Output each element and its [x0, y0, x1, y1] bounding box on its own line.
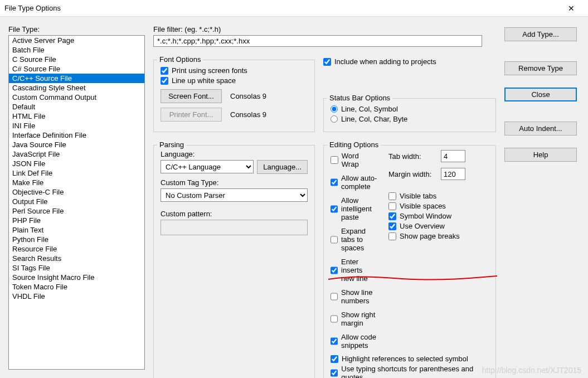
auto-indent-button[interactable]: Auto Indent...: [504, 122, 577, 135]
editing-option-checkbox[interactable]: [331, 266, 338, 274]
status-opt1-radio[interactable]: [331, 105, 338, 113]
editing-option-checkbox[interactable]: [331, 205, 338, 213]
screen-font-name: Consolas 9: [230, 92, 266, 100]
file-type-item[interactable]: Cascading Style Sheet: [9, 83, 144, 93]
screen-font-button[interactable]: Screen Font...: [161, 89, 222, 103]
file-type-item[interactable]: Active Server Page: [9, 36, 144, 45]
file-filter-input[interactable]: [153, 35, 482, 47]
editing-option-checkbox[interactable]: [331, 369, 338, 377]
status-opt1-row[interactable]: Line, Col, Symbol: [331, 105, 489, 113]
editing-option-label: Enter inserts new line: [341, 258, 377, 283]
file-type-item[interactable]: PHP File: [9, 216, 144, 225]
editing-option-row[interactable]: Visible tabs: [388, 192, 489, 200]
close-button[interactable]: Close: [504, 88, 577, 101]
editing-option-label: Use typing shortcuts for parentheses and…: [341, 365, 489, 378]
include-projects-checkbox[interactable]: [323, 58, 331, 66]
editing-option-row[interactable]: Visible spaces: [388, 202, 489, 210]
editing-option-checkbox[interactable]: [331, 156, 338, 164]
tab-width-input[interactable]: [441, 150, 465, 162]
file-type-item[interactable]: Objective-C File: [9, 187, 144, 197]
file-type-item[interactable]: Batch File: [9, 45, 144, 55]
editing-option-row[interactable]: Show right margin: [331, 311, 377, 327]
editing-option-checkbox[interactable]: [388, 232, 396, 240]
language-button[interactable]: Language...: [257, 160, 308, 174]
editing-option-row[interactable]: Word Wrap: [331, 152, 377, 168]
editing-option-row[interactable]: Use typing shortcuts for parentheses and…: [331, 365, 489, 378]
file-type-item[interactable]: Search Results: [9, 254, 144, 263]
margin-width-input[interactable]: [441, 168, 465, 180]
editing-option-checkbox[interactable]: [331, 355, 338, 363]
title-bar: File Type Options ✕: [0, 0, 588, 17]
editing-option-label: Use Overview: [400, 222, 445, 230]
file-type-item[interactable]: Token Macro File: [9, 282, 144, 292]
editing-option-checkbox[interactable]: [331, 178, 338, 186]
editing-option-checkbox[interactable]: [388, 202, 396, 210]
file-type-item[interactable]: JavaScript File: [9, 149, 144, 159]
file-filter-label: File filter: (eg. *.c;*.h): [153, 25, 496, 33]
editing-option-row[interactable]: Highlight references to selected symbol: [331, 355, 489, 363]
editing-option-row[interactable]: Allow auto-complete: [331, 174, 377, 191]
status-opt2-radio[interactable]: [331, 115, 338, 123]
editing-option-row[interactable]: Expand tabs to spaces: [331, 227, 377, 252]
remove-type-button[interactable]: Remove Type: [504, 61, 577, 75]
printer-font-name: Consolas 9: [230, 110, 266, 119]
file-type-item[interactable]: Custom Command Output: [9, 93, 144, 102]
parsing-group: Parsing Language: C/C++ Language Languag…: [153, 145, 315, 378]
file-type-item[interactable]: Resource File: [9, 244, 144, 254]
file-type-item[interactable]: Default: [9, 102, 144, 112]
file-type-item[interactable]: Source Insight Macro File: [9, 273, 144, 282]
file-type-item[interactable]: Output File: [9, 197, 144, 206]
editing-option-row[interactable]: Use Overview: [388, 222, 489, 230]
file-type-item[interactable]: Plain Text: [9, 225, 144, 235]
editing-option-row[interactable]: Show page breaks: [388, 232, 489, 240]
file-type-item[interactable]: Java Source File: [9, 140, 144, 149]
file-type-item[interactable]: Perl Source File: [9, 206, 144, 216]
editing-option-label: Visible spaces: [400, 202, 446, 210]
include-projects-row[interactable]: Include when adding to projects: [323, 57, 496, 66]
editing-option-label: Allow intelligent paste: [341, 196, 377, 221]
editing-option-row[interactable]: Show line numbers: [331, 288, 377, 305]
editing-option-row[interactable]: Symbol Window: [388, 212, 489, 220]
file-type-item[interactable]: C/C++ Source File: [9, 74, 144, 83]
close-icon[interactable]: ✕: [558, 4, 584, 13]
print-screen-fonts-checkbox[interactable]: [161, 67, 168, 75]
editing-option-checkbox[interactable]: [331, 293, 338, 301]
status-opt2-label: Line, Col, Char, Byte: [341, 115, 407, 123]
file-type-item[interactable]: C# Source File: [9, 64, 144, 74]
file-type-item[interactable]: Link Def File: [9, 168, 144, 178]
add-type-button[interactable]: Add Type...: [504, 27, 577, 41]
file-type-item[interactable]: Python File: [9, 235, 144, 244]
file-type-item[interactable]: Make File: [9, 178, 144, 187]
help-button[interactable]: Help: [504, 148, 577, 162]
editing-option-checkbox[interactable]: [331, 315, 338, 323]
custom-pattern-label: Custom pattern:: [161, 210, 308, 218]
print-screen-fonts-row[interactable]: Print using screen fonts: [161, 66, 308, 75]
editing-option-row[interactable]: Allow intelligent paste: [331, 196, 377, 221]
language-select[interactable]: C/C++ Language: [161, 160, 254, 173]
file-type-item[interactable]: SI Tags File: [9, 263, 144, 273]
file-type-item[interactable]: C Source File: [9, 55, 144, 64]
file-type-item[interactable]: Interface Definition File: [9, 130, 144, 140]
editing-option-row[interactable]: Allow code snippets: [331, 333, 377, 350]
file-type-item[interactable]: VHDL File: [9, 292, 144, 301]
file-type-item[interactable]: JSON File: [9, 159, 144, 168]
editing-option-label: Allow auto-complete: [341, 174, 377, 191]
custom-pattern-input[interactable]: [161, 220, 308, 235]
editing-option-checkbox[interactable]: [388, 192, 396, 200]
status-opt2-row[interactable]: Line, Col, Char, Byte: [331, 115, 489, 123]
editing-option-checkbox[interactable]: [331, 337, 338, 345]
editing-option-label: Symbol Window: [400, 212, 451, 220]
custom-tag-select[interactable]: No Custom Parser: [161, 188, 308, 202]
editing-option-checkbox[interactable]: [388, 212, 396, 220]
editing-option-checkbox[interactable]: [388, 222, 396, 230]
editing-option-label: Show line numbers: [341, 288, 377, 305]
editing-option-checkbox[interactable]: [331, 236, 338, 244]
lineup-white-checkbox[interactable]: [161, 77, 168, 85]
file-type-listbox[interactable]: Active Server PageBatch FileC Source Fil…: [8, 35, 145, 370]
file-type-item[interactable]: HTML File: [9, 112, 144, 121]
editing-option-row[interactable]: Enter inserts new line: [331, 258, 377, 283]
language-label: Language:: [161, 150, 308, 158]
file-type-item[interactable]: INI File: [9, 121, 144, 130]
custom-tag-label: Custom Tag Type:: [161, 178, 308, 187]
lineup-white-row[interactable]: Line up white space: [161, 76, 308, 85]
